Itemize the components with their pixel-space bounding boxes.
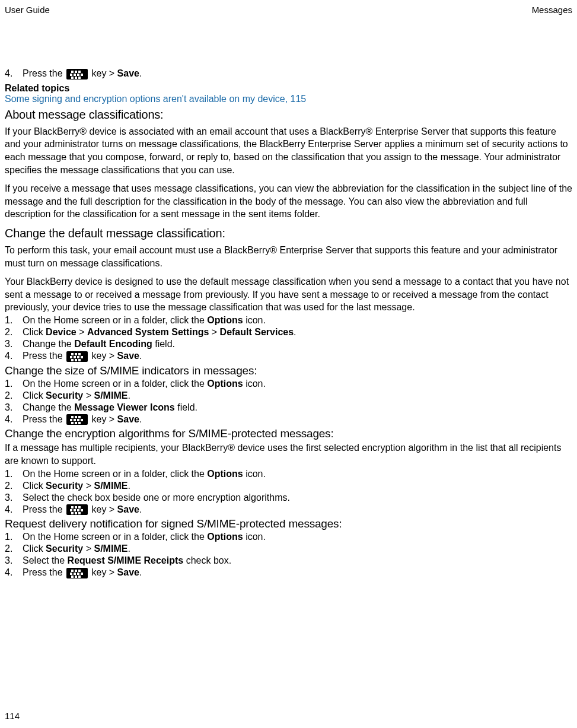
text: icon. [243,532,266,542]
related-topics-heading: Related topics [5,83,572,94]
text: Click [23,543,46,554]
text: Press the [23,504,65,514]
step-number: 3. [5,402,23,413]
security-label: Security [46,390,83,400]
security-label: Security [46,543,83,554]
list-item: 1. On the Home screen or in a folder, cl… [5,315,572,326]
step-number: 4. [5,68,23,80]
step-text: Press the key > Save. [23,351,572,362]
step-text: Select the Request S/MIME Receipts check… [23,555,572,566]
step-number: 1. [5,315,23,326]
text: > [83,481,94,491]
list-item: 4. Press the key > Save. [5,504,572,516]
text: icon. [243,469,266,479]
blackberry-menu-key-icon [66,69,88,80]
list-item: 3. Select the check box beside one or mo… [5,492,572,503]
section-heading: Change the size of S/MIME indicators in … [5,364,572,377]
text: Press the [23,351,65,361]
options-label: Options [207,315,243,325]
text: > [209,327,219,337]
page-number: 114 [5,711,20,721]
text: . [127,543,130,554]
text: icon. [243,315,266,325]
step-text: Press the key > Save. [23,68,572,80]
list-item: 4. Press the key > Save. [5,414,572,425]
step-text: On the Home screen or in a folder, click… [23,379,572,389]
text: Press the [23,68,65,78]
step-text: Change the Default Encoding field. [23,339,572,349]
related-topic-link[interactable]: Some signing and encryption options aren… [5,94,572,104]
text: icon. [243,379,266,389]
text: > [83,390,94,400]
paragraph: If you receive a message that uses messa… [5,182,572,221]
step-text: Select the check box beside one or more … [23,492,572,503]
text: > [76,327,87,337]
text: On the Home screen or in a folder, click… [23,532,207,542]
step-text: Click Device > Advanced System Settings … [23,327,572,338]
text: On the Home screen or in a folder, click… [23,315,207,325]
step-number: 2. [5,327,23,338]
paragraph: To perform this task, your email account… [5,244,572,269]
text: Click [23,481,46,491]
list-item: 1. On the Home screen or in a folder, cl… [5,379,572,389]
options-label: Options [207,379,243,389]
text: . [139,68,142,78]
step-text: Click Security > S/MIME. [23,543,572,554]
text: field. [152,339,175,349]
message-viewer-icons-label: Message Viewer Icons [74,402,175,412]
text: Change the [23,339,74,349]
header-right: Messages [532,5,572,15]
list-item: 4. Press the key > Save. [5,351,572,362]
text: . [127,390,130,400]
smime-label: S/MIME [94,481,127,491]
blackberry-menu-key-icon [66,414,88,425]
step-text: On the Home screen or in a folder, click… [23,469,572,479]
step-number: 2. [5,481,23,491]
step-number: 2. [5,390,23,401]
text: field. [175,402,197,412]
blackberry-menu-key-icon [66,351,88,362]
list-item: 3. Select the Request S/MIME Receipts ch… [5,555,572,566]
text: Select the [23,555,68,565]
blackberry-menu-key-icon [66,504,88,515]
text: Change the [23,402,74,412]
text: Press the [23,414,65,424]
smime-label: S/MIME [94,390,127,400]
step-number: 1. [5,469,23,479]
list-item: 2. Click Security > S/MIME. [5,481,572,491]
step-number: 3. [5,492,23,503]
paragraph: Your BlackBerry device is designed to us… [5,275,572,314]
step-text: On the Home screen or in a folder, click… [23,532,572,542]
save-label: Save [117,68,139,78]
paragraph: If your BlackBerry® device is associated… [5,125,572,176]
step-number: 2. [5,543,23,554]
step-number: 3. [5,555,23,566]
options-label: Options [207,532,243,542]
save-label: Save [117,567,139,577]
list-item: 1. On the Home screen or in a folder, cl… [5,532,572,542]
list-item: 2. Click Security > S/MIME. [5,543,572,554]
step-text: Click Security > S/MIME. [23,390,572,401]
step-number: 4. [5,504,23,516]
step-text: Press the key > Save. [23,504,572,516]
text: key > [89,351,117,361]
default-encoding-label: Default Encoding [74,339,152,349]
section-heading: Change the encryption algorithms for S/M… [5,427,572,440]
section-heading: Request delivery notification for signed… [5,517,572,530]
page-header: User Guide Messages [5,5,572,15]
text: Press the [23,567,65,577]
header-left: User Guide [5,5,50,15]
step-text: Change the Message Viewer Icons field. [23,402,572,413]
text: . [139,414,142,424]
section-heading: Change the default message classificatio… [5,227,572,240]
text: . [139,567,142,577]
smime-label: S/MIME [94,543,127,554]
step-text: On the Home screen or in a folder, click… [23,315,572,326]
request-receipts-label: Request S/MIME Receipts [68,555,184,565]
text: key > [89,504,117,514]
list-item: 2. Click Security > S/MIME. [5,390,572,401]
step-number: 1. [5,532,23,542]
save-label: Save [117,414,139,424]
list-item: 4. Press the key > Save. [5,68,572,80]
text: . [139,351,142,361]
